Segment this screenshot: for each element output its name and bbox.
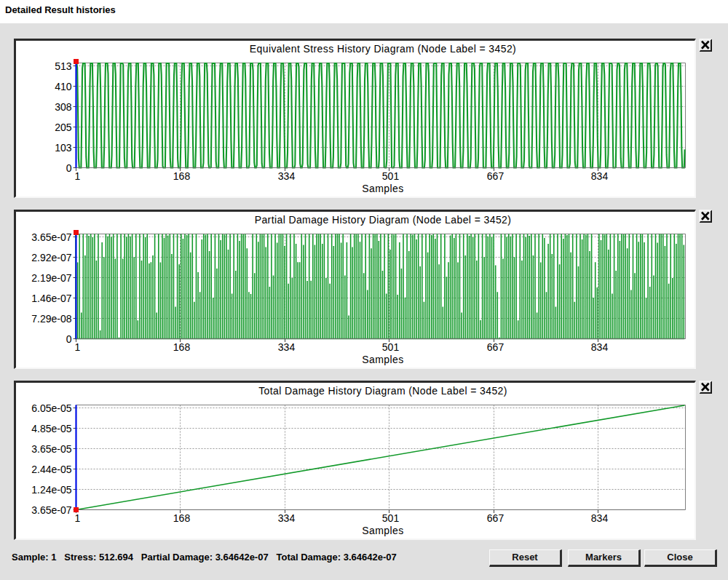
svg-text:0: 0: [66, 333, 72, 345]
svg-text:834: 834: [591, 512, 609, 524]
svg-text:Total Damage History Diagram (: Total Damage History Diagram (Node Label…: [258, 385, 507, 397]
svg-text:3.65e-07: 3.65e-07: [31, 504, 71, 516]
svg-text:834: 834: [591, 341, 609, 353]
svg-text:334: 334: [278, 512, 296, 524]
svg-text:667: 667: [487, 512, 505, 524]
svg-text:3.65e-05: 3.65e-05: [31, 443, 71, 455]
svg-text:334: 334: [278, 341, 296, 353]
svg-text:2.44e-05: 2.44e-05: [31, 464, 71, 475]
svg-text:0: 0: [66, 162, 72, 174]
svg-text:1: 1: [75, 512, 81, 524]
svg-text:501: 501: [382, 170, 400, 182]
svg-text:2.19e-07: 2.19e-07: [31, 272, 71, 284]
svg-text:168: 168: [173, 512, 191, 524]
svg-text:Partial Damage History Diagram: Partial Damage History Diagram (Node Lab…: [255, 214, 512, 226]
svg-text:834: 834: [591, 170, 609, 182]
svg-text:205: 205: [55, 122, 72, 133]
svg-text:168: 168: [173, 170, 191, 182]
svg-text:4.85e-05: 4.85e-05: [31, 423, 71, 434]
svg-text:667: 667: [487, 170, 505, 182]
svg-text:667: 667: [487, 341, 505, 353]
svg-text:1: 1: [75, 341, 81, 353]
svg-text:513: 513: [55, 60, 72, 72]
svg-text:Equivalent Stress History Diag: Equivalent Stress History Diagram (Node …: [250, 43, 516, 55]
svg-text:1.46e-07: 1.46e-07: [31, 293, 71, 304]
svg-text:Samples: Samples: [362, 183, 403, 194]
svg-text:6.05e-05: 6.05e-05: [31, 402, 71, 414]
svg-text:1.24e-05: 1.24e-05: [31, 484, 71, 496]
svg-text:7.29e-08: 7.29e-08: [31, 313, 71, 325]
svg-text:501: 501: [382, 341, 400, 353]
svg-text:410: 410: [55, 81, 72, 92]
svg-text:103: 103: [55, 142, 72, 154]
svg-text:308: 308: [55, 101, 72, 113]
svg-text:168: 168: [173, 341, 191, 353]
svg-text:334: 334: [278, 170, 296, 182]
svg-text:3.65e-07: 3.65e-07: [31, 231, 71, 243]
svg-text:Samples: Samples: [362, 525, 403, 536]
svg-text:501: 501: [382, 512, 400, 524]
svg-text:Samples: Samples: [362, 354, 403, 365]
svg-text:1: 1: [75, 170, 81, 182]
svg-text:2.92e-07: 2.92e-07: [31, 252, 71, 263]
